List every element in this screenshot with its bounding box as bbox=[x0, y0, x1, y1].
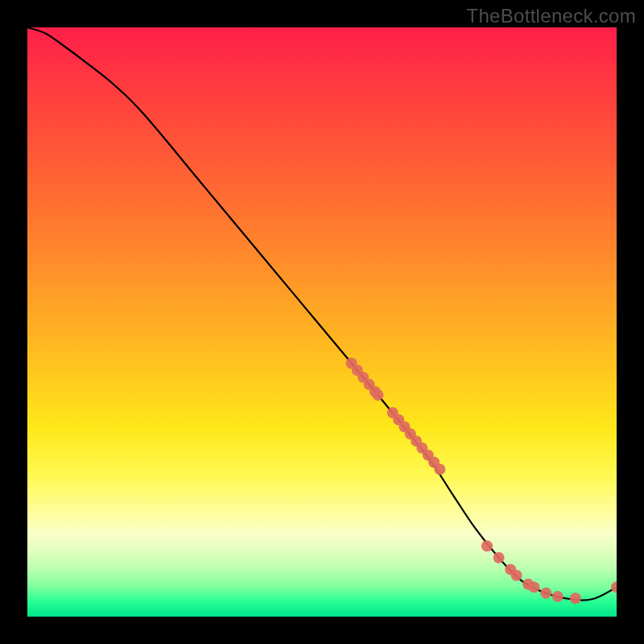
scatter-points bbox=[346, 357, 617, 604]
chart-frame: TheBottleneck.com bbox=[0, 0, 644, 644]
data-point bbox=[373, 390, 384, 401]
data-point bbox=[493, 552, 505, 564]
chart-overlay bbox=[27, 27, 617, 617]
data-point bbox=[434, 464, 445, 475]
data-point bbox=[552, 591, 564, 602]
curve-line bbox=[27, 27, 617, 601]
data-point bbox=[611, 581, 617, 592]
data-point bbox=[481, 540, 493, 551]
data-point bbox=[511, 570, 522, 581]
data-point bbox=[529, 581, 540, 592]
data-point bbox=[540, 588, 551, 599]
plot-area bbox=[27, 27, 617, 617]
watermark-text: TheBottleneck.com bbox=[466, 5, 636, 27]
data-point bbox=[570, 592, 581, 604]
